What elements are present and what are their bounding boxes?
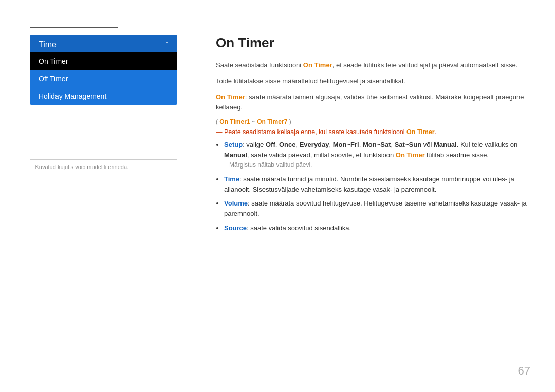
highlight-on-timer-3: On Timer	[406, 128, 435, 136]
sidebar-title: Time ˄	[30, 35, 177, 52]
para1: Saate seadistada funktsiooni On Timer, e…	[216, 60, 529, 71]
sidebar-title-label: Time	[39, 40, 57, 49]
bullet-list: Setup: valige Off, Once, Everyday, Mon~F…	[224, 140, 529, 233]
page-number: 67	[518, 364, 530, 378]
highlight-on-timer-2: On Timer	[216, 93, 245, 101]
bullet-source: Source: saate valida soovitud sisendalli…	[224, 223, 529, 233]
para1-text: Saate seadistada funktsiooni On Timer, e…	[216, 60, 529, 71]
sub-note-days: Märgistus näitab valitud päevi.	[224, 160, 529, 170]
footnote-line	[30, 159, 177, 160]
para2-text: Toide lülitatakse sisse määratletud heli…	[216, 76, 529, 87]
para3-rest: : saate määrata taimeri algusaja, valide…	[216, 93, 524, 111]
sidebar-item-off-timer[interactable]: Off Timer	[30, 70, 177, 87]
page-title: On Timer	[216, 35, 529, 51]
sidebar-item-holiday-management[interactable]: Holiday Management	[30, 87, 177, 105]
footnote-text: − Kuvatud kujutis võib mudeliti erineda.	[30, 164, 177, 170]
para3: On Timer: saate määrata taimeri algusaja…	[216, 92, 529, 114]
bullet-setup: Setup: valige Off, Once, Everyday, Mon~F…	[224, 140, 529, 170]
bullet-volume: Volume: saate määrata soovitud helitugev…	[224, 198, 529, 219]
sidebar-footnote-area: − Kuvatud kujutis võib mudeliti erineda.	[30, 159, 177, 170]
top-accent-line	[30, 27, 118, 28]
sidebar-menu: Time ˄ On Timer Off Timer Holiday Manage…	[30, 35, 177, 105]
para2: Toide lülitatakse sisse määratletud heli…	[216, 76, 529, 87]
chevron-up-icon: ˄	[165, 41, 169, 48]
warning-set-time: — Peate seadistama kellaaja enne, kui sa…	[216, 128, 529, 136]
sidebar-item-on-timer[interactable]: On Timer	[30, 52, 177, 70]
highlight-on-timer-1: On Timer	[303, 61, 332, 69]
para3-text: On Timer: saate määrata taimeri algusaja…	[216, 92, 529, 114]
note-timer-range: ( On Timer1 ~ On Timer7 )	[216, 118, 529, 125]
main-content: On Timer Saate seadistada funktsiooni On…	[216, 35, 529, 237]
bullet-time: Time: saate määrata tunnid ja minutid. N…	[224, 174, 529, 195]
